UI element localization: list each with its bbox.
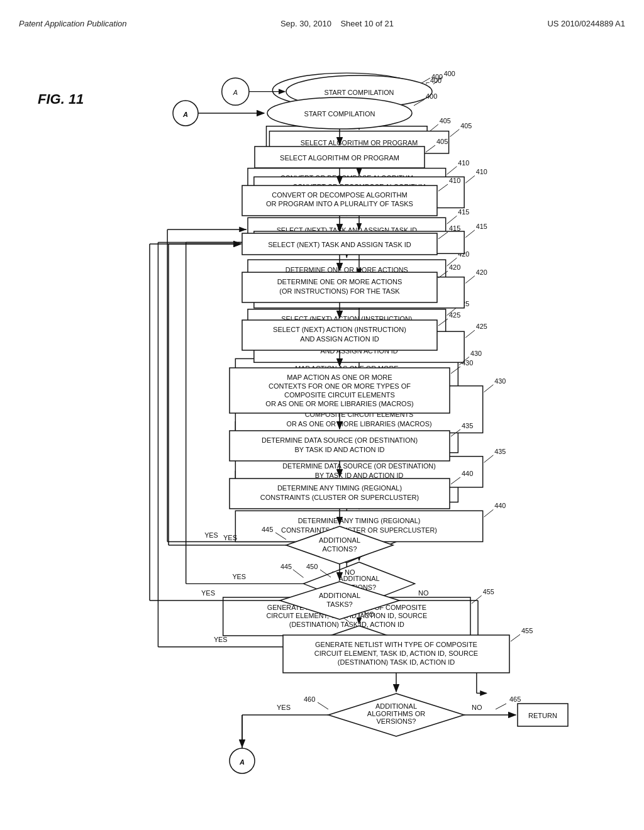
svg-text:CONSTRAINTS (CLUSTER OR SUPERC: CONSTRAINTS (CLUSTER OR SUPERCLUSTER) [260, 494, 419, 501]
svg-text:ALGORITHMS OR: ALGORITHMS OR [367, 710, 425, 717]
svg-text:ADDITIONAL: ADDITIONAL [375, 702, 417, 710]
svg-text:NO: NO [472, 704, 482, 711]
svg-text:(DESTINATION) TASK ID, ACTION : (DESTINATION) TASK ID, ACTION ID [338, 658, 455, 666]
svg-line-141 [414, 99, 425, 106]
svg-text:NO: NO [418, 589, 429, 597]
svg-text:YES: YES [277, 704, 291, 711]
svg-text:CONVERT OR DECOMPOSE ALGORITHM: CONVERT OR DECOMPOSE ALGORITHM [272, 191, 407, 199]
svg-text:450: 450 [306, 563, 318, 570]
svg-text:SELECT ALGORITHM OR PROGRAM: SELECT ALGORITHM OR PROGRAM [280, 154, 399, 162]
svg-line-157 [438, 232, 448, 239]
flowchart-clean: A START COMPILATION 400 SELECT ALGORITHM… [50, 69, 616, 792]
svg-text:435: 435 [462, 422, 473, 429]
svg-text:AND ASSIGN ACTION ID: AND ASSIGN ACTION ID [300, 335, 379, 343]
page-header: Patent Application Publication Sep. 30, … [19, 13, 625, 41]
svg-text:460: 460 [304, 695, 315, 703]
svg-text:MAP ACTION AS ONE OR MORE: MAP ACTION AS ONE OR MORE [287, 374, 392, 381]
svg-line-152 [438, 184, 448, 191]
svg-text:CIRCUIT ELEMENT, TASK ID, ACTI: CIRCUIT ELEMENT, TASK ID, ACTION ID, SOU… [314, 650, 478, 657]
svg-text:455: 455 [521, 627, 533, 634]
header-patent-number: US 2010/0244889 A1 [547, 19, 625, 28]
svg-text:405: 405 [436, 138, 448, 145]
svg-text:445: 445 [262, 526, 273, 533]
svg-text:400: 400 [426, 92, 437, 100]
svg-text:YES: YES [223, 534, 237, 541]
svg-line-177 [451, 367, 460, 374]
svg-text:ADDITIONAL: ADDITIONAL [319, 592, 360, 599]
svg-text:OR PROGRAM INTO A PLURALITY OF: OR PROGRAM INTO A PLURALITY OF TASKS [266, 200, 413, 208]
svg-text:ACTIONS?: ACTIONS? [322, 545, 357, 553]
page: Patent Application Publication Sep. 30, … [0, 0, 644, 830]
svg-text:RETURN: RETURN [528, 712, 557, 719]
svg-line-230 [496, 704, 506, 709]
svg-text:440: 440 [462, 470, 473, 477]
svg-text:415: 415 [449, 224, 460, 232]
svg-text:TASKS?: TASKS? [326, 600, 352, 608]
svg-text:ADDITIONAL: ADDITIONAL [319, 536, 360, 544]
svg-text:NO: NO [345, 568, 355, 576]
svg-text:SELECT (NEXT) TASK AND ASSIGN : SELECT (NEXT) TASK AND ASSIGN TASK ID [268, 241, 411, 248]
svg-text:START COMPILATION: START COMPILATION [304, 110, 375, 118]
svg-text:A: A [182, 111, 188, 118]
svg-line-195 [275, 533, 286, 540]
svg-text:OR AS ONE OR MORE LIBRARIES (M: OR AS ONE OR MORE LIBRARIES (MACROS) [265, 400, 413, 407]
svg-text:DETERMINE ANY TIMING (REGIONAL: DETERMINE ANY TIMING (REGIONAL) [277, 484, 402, 492]
svg-text:VERSIONS?: VERSIONS? [377, 717, 416, 725]
svg-line-189 [451, 477, 460, 484]
svg-text:SELECT (NEXT) ACTION (INSTRUCT: SELECT (NEXT) ACTION (INSTRUCTION) [273, 326, 406, 333]
svg-text:410: 410 [449, 177, 460, 184]
svg-line-146 [426, 145, 435, 152]
svg-text:430: 430 [462, 359, 473, 367]
diagram-area: FIG. 11 START COMPILATION 400 ⌐ 400 [19, 41, 625, 783]
header-date-sheet: Sep. 30, 2010 Sheet 10 of 21 [280, 19, 394, 28]
svg-text:YES: YES [201, 589, 215, 597]
svg-text:(OR INSTRUCTIONS) FOR THE TASK: (OR INSTRUCTIONS) FOR THE TASK [279, 287, 400, 295]
svg-text:425: 425 [449, 311, 460, 319]
svg-line-163 [438, 271, 448, 278]
svg-text:BY TASK ID AND ACTION ID: BY TASK ID AND ACTION ID [294, 446, 384, 453]
svg-line-183 [451, 429, 460, 436]
svg-line-227 [318, 702, 328, 709]
svg-line-169 [438, 319, 448, 326]
svg-text:DETERMINE DATA SOURCE (OR DEST: DETERMINE DATA SOURCE (OR DESTINATION) [262, 436, 418, 444]
svg-line-220 [511, 634, 520, 641]
svg-text:DETERMINE ONE OR MORE ACTIONS: DETERMINE ONE OR MORE ACTIONS [277, 278, 402, 285]
svg-text:420: 420 [449, 263, 460, 271]
svg-line-203 [320, 570, 331, 577]
svg-text:465: 465 [509, 695, 521, 703]
svg-text:GENERATE NETLIST WITH TYPE OF : GENERATE NETLIST WITH TYPE OF COMPOSITE [315, 641, 477, 648]
header-publication: Patent Application Publication [19, 19, 127, 28]
svg-text:COMPOSITE CIRCUIT ELEMENTS: COMPOSITE CIRCUIT ELEMENTS [284, 391, 395, 399]
svg-text:A: A [239, 758, 245, 766]
svg-text:CONTEXTS FOR ONE OR MORE TYPES: CONTEXTS FOR ONE OR MORE TYPES OF [269, 382, 411, 390]
